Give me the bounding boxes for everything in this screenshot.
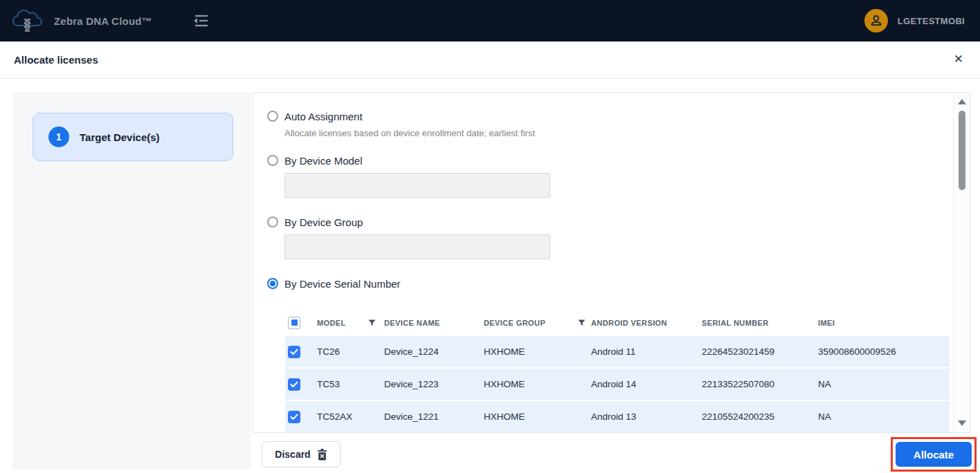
option-by-device-model: By Device Model [267, 154, 952, 167]
cell-android-version: Android 13 [591, 411, 702, 422]
discard-button-label: Discard [275, 449, 310, 460]
cell-device-group: HXHOME [484, 379, 591, 389]
cell-serial-number: 22105524200235 [702, 411, 818, 422]
serial-number-radio[interactable] [267, 278, 278, 289]
allocate-button[interactable]: Allocate [896, 442, 972, 467]
cell-serial-number: 22133522507080 [702, 379, 818, 389]
cell-model: TC52AX [317, 411, 384, 422]
device-model-radio[interactable] [267, 155, 278, 166]
cell-device-group: HXHOME [484, 411, 591, 422]
option-by-serial-number: By Device Serial Number [267, 277, 952, 290]
username-label[interactable]: LGETESTMOBI [898, 16, 965, 26]
column-serial-number: SERIAL NUMBER [702, 319, 818, 327]
trash-icon [317, 449, 327, 461]
person-icon [869, 14, 883, 28]
device-group-input[interactable] [284, 234, 550, 259]
cell-device-name: Device_1221 [384, 411, 484, 422]
device-model-input[interactable] [284, 173, 550, 198]
allocate-annotation-highlight: Allocate [891, 437, 977, 472]
user-avatar[interactable] [864, 9, 888, 33]
cell-serial-number: 22264523021459 [702, 346, 818, 357]
vertical-scrollbar [953, 93, 970, 432]
auto-assignment-description: Allocate licenses based on device enroll… [284, 128, 952, 139]
cell-android-version: Android 14 [591, 379, 702, 389]
cell-imei: 359008600009526 [818, 346, 950, 357]
column-imei: IMEI [818, 319, 950, 327]
dialog-title: Allocate licenses [14, 54, 98, 66]
step-target-devices[interactable]: 1 Target Device(s) [33, 113, 233, 161]
discard-button[interactable]: Discard [262, 441, 341, 467]
column-device-name: DEVICE NAME [384, 319, 484, 327]
step-label: Target Device(s) [80, 131, 160, 143]
cell-device-group: HXHOME [484, 346, 591, 357]
table-row[interactable]: TC26 Device_1224 HXHOME Android 11 22264… [285, 336, 950, 367]
cell-imei: NA [818, 411, 950, 422]
cell-model: TC26 [317, 346, 384, 357]
device-model-label[interactable]: By Device Model [284, 155, 363, 167]
serial-number-label[interactable]: By Device Serial Number [284, 278, 401, 290]
cell-android-version: Android 11 [591, 346, 702, 357]
row-checkbox[interactable] [288, 411, 300, 423]
zebra-dna-cloud-logo [11, 4, 46, 37]
scrollbar-thumb[interactable] [959, 111, 965, 190]
device-group-radio[interactable] [267, 216, 278, 228]
option-by-device-group: By Device Group [267, 216, 952, 228]
column-device-group: DEVICE GROUP [484, 319, 591, 327]
row-checkbox[interactable] [288, 378, 300, 391]
table-row[interactable]: TC53 Device_1223 HXHOME Android 14 22133… [285, 369, 950, 400]
cell-model: TC53 [317, 379, 384, 389]
top-app-bar: Zebra DNA Cloud™ LGETESTMOBI [0, 0, 980, 41]
select-all-checkbox[interactable] [288, 317, 300, 329]
cell-imei: NA [818, 379, 950, 389]
app-title: Zebra DNA Cloud™ [54, 15, 152, 27]
close-icon[interactable]: ✕ [954, 53, 963, 65]
cell-device-name: Device_1224 [384, 346, 484, 357]
column-android-version: ANDROID VERSION [591, 319, 702, 327]
scroll-up-arrow-icon[interactable] [958, 99, 966, 104]
column-model: MODEL [317, 319, 384, 327]
model-filter-icon[interactable] [368, 319, 376, 326]
cell-device-name: Device_1223 [384, 379, 484, 389]
auto-assignment-radio[interactable] [267, 111, 278, 122]
row-checkbox[interactable] [288, 346, 300, 358]
device-table-header: MODEL DEVICE NAME DEVICE GROUP ANDROID V… [285, 310, 950, 335]
dialog-header: Allocate licenses ✕ [0, 41, 980, 79]
option-auto-assignment: Auto Assignment [267, 110, 952, 122]
table-row[interactable]: TC52AX Device_1221 HXHOME Android 13 221… [285, 401, 950, 432]
collapse-sidebar-icon[interactable] [192, 13, 210, 28]
steps-panel: 1 Target Device(s) [12, 92, 251, 470]
auto-assignment-label[interactable]: Auto Assignment [284, 111, 363, 122]
scroll-down-arrow-icon[interactable] [958, 420, 966, 426]
allocation-options-panel: Auto Assignment Allocate licenses based … [252, 92, 970, 433]
step-number-badge: 1 [48, 127, 69, 147]
device-table: MODEL DEVICE NAME DEVICE GROUP ANDROID V… [285, 310, 950, 432]
device-group-filter-icon[interactable] [578, 319, 586, 326]
device-group-label[interactable]: By Device Group [284, 216, 363, 228]
